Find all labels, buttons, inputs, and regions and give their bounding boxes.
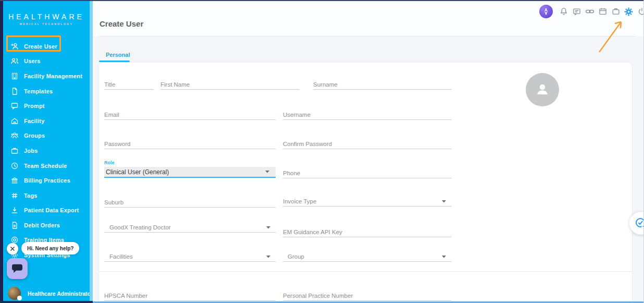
phone-input[interactable] bbox=[283, 169, 451, 178]
chat-close-button[interactable] bbox=[7, 243, 18, 254]
chat-square-icon bbox=[10, 102, 19, 110]
phone-field[interactable] bbox=[283, 168, 451, 178]
sidebar-item-label: Tags bbox=[24, 192, 38, 199]
calendar-button[interactable] bbox=[596, 5, 609, 18]
bank-icon bbox=[10, 176, 19, 185]
briefcase-icon bbox=[611, 7, 621, 16]
first-name-field[interactable] bbox=[160, 79, 300, 90]
current-user[interactable]: Healthcare Administrator bbox=[8, 287, 93, 300]
jobs-bag-button[interactable] bbox=[609, 5, 622, 18]
first-name-input[interactable] bbox=[160, 81, 300, 90]
facilities-select[interactable]: Facilities bbox=[104, 252, 276, 262]
settings-gear-icon bbox=[624, 7, 634, 17]
invoice-type-select[interactable]: Invoice Type bbox=[283, 197, 451, 207]
sidebar-item-label: Patient Data Export bbox=[24, 207, 79, 213]
chevron-down-icon bbox=[266, 256, 270, 258]
suburb-field[interactable] bbox=[104, 197, 276, 208]
sidebar-item-label: Facility bbox=[24, 118, 45, 124]
confirm-password-input[interactable] bbox=[283, 140, 451, 149]
logo: HEALTHWARE MEDICAL TECHNOLOGY bbox=[3, 13, 90, 26]
users-icon bbox=[10, 57, 19, 65]
password-input[interactable] bbox=[104, 140, 276, 149]
personal-practice-number-field[interactable] bbox=[283, 290, 451, 301]
group-icon bbox=[10, 131, 19, 140]
topbar-actions bbox=[539, 4, 644, 19]
confirm-password-field[interactable] bbox=[283, 139, 451, 149]
ai-assistant-button[interactable] bbox=[539, 5, 553, 18]
sidebar-item-label: Create User bbox=[24, 43, 57, 50]
link-icon bbox=[585, 7, 595, 16]
chat-help-tooltip[interactable]: Hi. Need any help? bbox=[21, 242, 79, 254]
sidebar-item-create-user[interactable]: Create User bbox=[3, 41, 90, 52]
building-icon bbox=[10, 72, 19, 80]
title-input[interactable] bbox=[104, 81, 154, 90]
sidebar-item-tags[interactable]: Tags bbox=[3, 190, 90, 201]
sidebar-item-facility-management[interactable]: Facility Management bbox=[3, 70, 90, 82]
document-icon bbox=[10, 87, 19, 95]
power-icon bbox=[637, 7, 644, 16]
username-field[interactable] bbox=[283, 110, 451, 120]
goodx-treating-doctor-select[interactable]: GoodX Treating Doctor bbox=[104, 223, 276, 233]
logout-button[interactable] bbox=[635, 5, 644, 18]
chevron-down-icon bbox=[442, 256, 446, 258]
sidebar-item-patient-data-export[interactable]: Patient Data Export bbox=[3, 204, 90, 216]
sidebar-item-label: Billing Practices bbox=[24, 177, 70, 184]
links-button[interactable] bbox=[583, 5, 596, 18]
sidebar-item-groups[interactable]: Groups bbox=[3, 130, 90, 141]
sidebar-scrollbar[interactable] bbox=[90, 1, 93, 301]
sidebar: HEALTHWARE MEDICAL TECHNOLOGY Create Use… bbox=[3, 1, 90, 301]
role-selected-value: Clinical User (General) bbox=[104, 168, 169, 176]
user-plus-icon bbox=[10, 42, 19, 51]
em-guidance-api-key-field[interactable] bbox=[283, 227, 451, 237]
sidebar-item-label: Jobs bbox=[24, 148, 38, 154]
email-input[interactable] bbox=[104, 111, 276, 120]
sidebar-item-label: Prompt bbox=[24, 103, 45, 109]
role-select[interactable]: Role Clinical User (General) bbox=[104, 160, 276, 178]
suburb-input[interactable] bbox=[104, 199, 276, 208]
role-active-underline bbox=[104, 177, 276, 178]
username-input[interactable] bbox=[283, 111, 451, 120]
sidebar-item-jobs[interactable]: Jobs bbox=[3, 145, 90, 156]
messages-button[interactable] bbox=[570, 5, 583, 18]
tab-personal[interactable]: Personal bbox=[106, 52, 130, 58]
clock-icon bbox=[10, 162, 19, 170]
window-border-left bbox=[0, 0, 3, 303]
profile-photo-placeholder[interactable] bbox=[526, 73, 559, 106]
sidebar-item-label: Templates bbox=[24, 88, 53, 94]
goodx-treating-doctor-label: GoodX Treating Doctor bbox=[109, 224, 171, 231]
surname-input[interactable] bbox=[313, 81, 451, 90]
email-field[interactable] bbox=[104, 110, 276, 120]
sidebar-item-templates[interactable]: Templates bbox=[3, 86, 90, 97]
sidebar-item-team-schedule[interactable]: Team Schedule bbox=[3, 160, 90, 172]
window-border-top bbox=[0, 0, 644, 1]
hpsca-number-field[interactable] bbox=[104, 290, 276, 301]
sidebar-item-facility[interactable]: Facility bbox=[3, 115, 90, 127]
password-field[interactable] bbox=[104, 139, 276, 149]
title-field[interactable] bbox=[104, 79, 154, 90]
role-label: Role bbox=[104, 160, 276, 165]
chevron-down-icon bbox=[265, 171, 269, 173]
em-guidance-api-key-input[interactable] bbox=[283, 228, 451, 237]
role-select-box[interactable]: Clinical User (General) bbox=[104, 167, 276, 177]
sidebar-item-billing-practices[interactable]: Billing Practices bbox=[3, 175, 90, 186]
tab-active-indicator bbox=[99, 60, 130, 62]
sidebar-item-label: Debit Orders bbox=[24, 222, 60, 228]
notifications-button[interactable] bbox=[557, 5, 570, 18]
header-divider bbox=[99, 36, 637, 37]
window-border-bottom-left bbox=[0, 301, 93, 303]
chat-launcher-button[interactable] bbox=[7, 258, 28, 279]
page-title: Create User bbox=[100, 19, 143, 28]
sidebar-item-label: Facility Management bbox=[24, 73, 82, 79]
surname-field[interactable] bbox=[313, 79, 451, 90]
group-select[interactable]: Group bbox=[283, 252, 451, 262]
personal-practice-number-input[interactable] bbox=[283, 292, 451, 301]
ai-assistant-icon bbox=[542, 7, 550, 16]
sidebar-item-debit-orders[interactable]: Debit Orders bbox=[3, 220, 90, 231]
hpsca-number-input[interactable] bbox=[104, 292, 276, 301]
chevron-down-icon bbox=[442, 200, 446, 203]
settings-button[interactable] bbox=[622, 5, 635, 18]
chat-bubble-icon bbox=[11, 263, 23, 274]
sidebar-item-label: Team Schedule bbox=[24, 163, 67, 169]
sidebar-item-prompt[interactable]: Prompt bbox=[3, 100, 90, 112]
sidebar-item-users[interactable]: Users bbox=[3, 55, 90, 67]
